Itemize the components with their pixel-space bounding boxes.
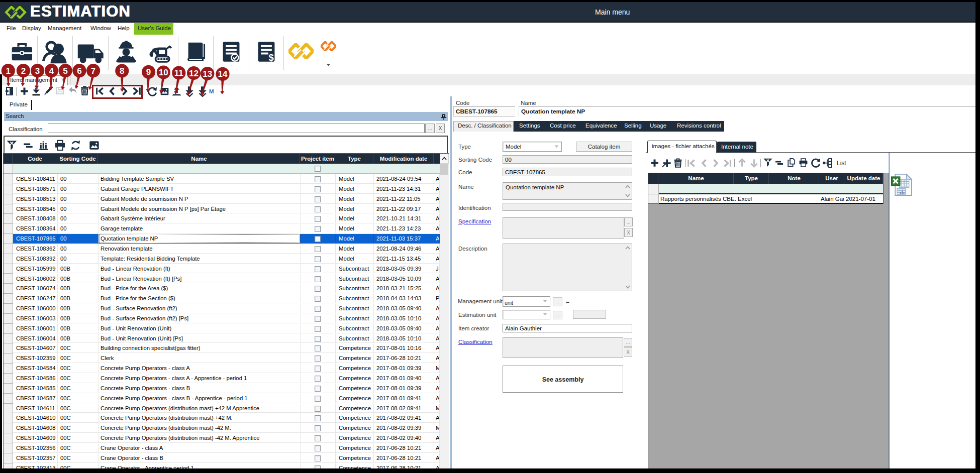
svg-text:9: 9 [146,67,151,77]
svg-text:14: 14 [218,69,228,79]
svg-text:13: 13 [203,69,212,79]
svg-text:4: 4 [49,66,54,76]
svg-text:7: 7 [91,66,95,76]
svg-text:3: 3 [35,66,40,76]
svg-text:8: 8 [120,66,124,76]
svg-text:5: 5 [63,66,67,76]
svg-text:12: 12 [189,69,199,78]
svg-text:2: 2 [21,66,26,76]
svg-text:10: 10 [159,68,168,77]
svg-text:6: 6 [77,66,81,76]
svg-text:11: 11 [174,68,183,78]
svg-text:$: $ [269,52,274,63]
svg-text:1: 1 [6,66,11,76]
